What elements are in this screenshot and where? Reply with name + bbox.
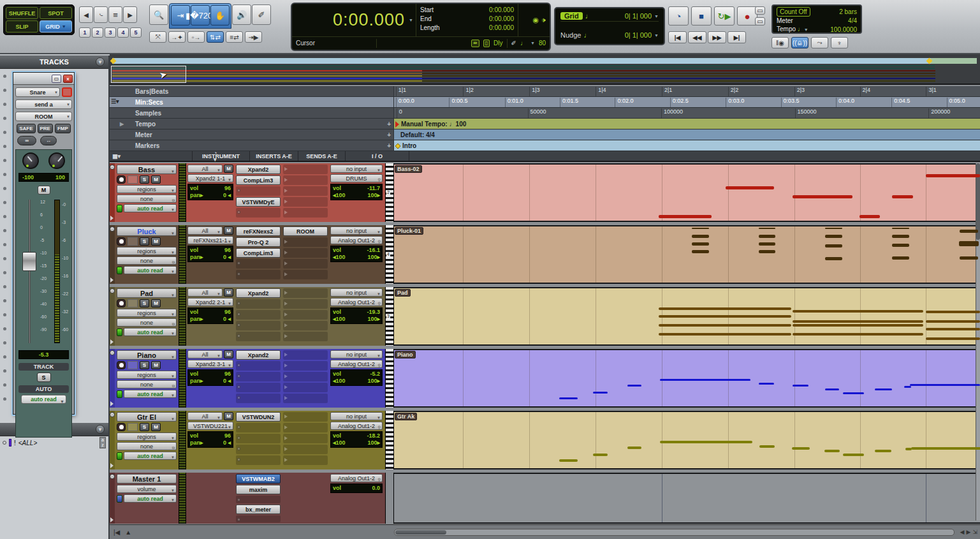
automation-mode-selector[interactable]: auto read▼ (124, 328, 177, 336)
sends-column-header[interactable]: SENDS A-E (298, 151, 346, 161)
solo-button[interactable]: S (140, 299, 149, 307)
master-vol-value[interactable]: 0.0 (372, 485, 380, 492)
horizontal-scrollbar[interactable] (394, 529, 954, 536)
instrument-column-header[interactable]: INSTRUMENT (193, 151, 250, 161)
insert-empty[interactable] (236, 259, 281, 269)
track-name-button[interactable]: Master 1 (117, 474, 177, 484)
bar-tick[interactable]: 2|1 (662, 87, 672, 96)
midi-note[interactable] (692, 235, 710, 238)
insert-empty[interactable] (236, 186, 281, 196)
mini-keyboard[interactable]: 3 (385, 287, 394, 346)
input-monitor-chip[interactable] (128, 361, 138, 369)
voice-indicator-icon[interactable] (117, 205, 122, 212)
timebase-clock-icon[interactable] (117, 495, 122, 503)
zoom-corner-icon[interactable]: ⇲ (972, 529, 977, 535)
minsec-tick[interactable]: 0:02.5 (670, 98, 689, 107)
bar-tick[interactable]: 3|1 (926, 87, 936, 96)
zoom-preset-4[interactable]: 4 (117, 27, 129, 38)
selection-end[interactable]: 0:00.000 (489, 15, 514, 24)
mute-button[interactable]: M (151, 237, 161, 246)
midi-note[interactable] (825, 257, 842, 260)
go-to-end-button[interactable]: ▶| (728, 31, 746, 43)
meter-ruler-label[interactable]: Meter+ (110, 129, 394, 140)
send-slot-selector[interactable]: send a▼ (15, 100, 72, 109)
send-empty[interactable] (283, 383, 328, 392)
insert-empty[interactable] (236, 361, 281, 371)
midi-vol-value[interactable]: 96 (224, 371, 231, 378)
note-value-icon[interactable]: ♩ (520, 40, 527, 47)
midi-note[interactable] (926, 337, 980, 340)
insert-Xpand2[interactable]: Xpand2 (236, 350, 281, 360)
nudge-value[interactable]: 0| 1| 000 (625, 31, 652, 39)
insert-empty[interactable] (236, 423, 281, 432)
grid-dropdown-icon[interactable]: ▼ (654, 14, 659, 18)
send-empty[interactable] (283, 412, 328, 422)
midi-note[interactable] (559, 459, 577, 462)
sample-tick[interactable]: 0 (397, 108, 402, 118)
spot-mode-button[interactable]: SPOT (40, 7, 72, 19)
out-pan-left[interactable]: ◂100 (333, 192, 346, 199)
output-selector[interactable]: Analog Out1-2⚲ (330, 236, 383, 244)
pan-knob-right[interactable] (48, 152, 65, 169)
out-vol-value[interactable]: -16.1 (367, 247, 380, 254)
track-expand-icon[interactable] (110, 517, 113, 522)
insert-empty[interactable] (236, 321, 281, 330)
output-selector[interactable]: Analog Out1-2⚲ (330, 298, 383, 306)
window-close-button[interactable]: x (63, 75, 73, 83)
automation-mode-selector[interactable]: auto read▼ (124, 452, 177, 460)
out-pan-left[interactable]: ◂100 (333, 254, 346, 261)
send-empty[interactable] (283, 332, 328, 341)
midi-mute-button[interactable]: M (224, 165, 233, 173)
output-selector[interactable]: Analog Out1-2⚲ (330, 422, 383, 430)
insert-VSTWMDyE[interactable]: VSTWMDyE (236, 197, 281, 207)
markers-ruler[interactable]: Markers+ Intro (110, 140, 980, 151)
insert-maxim[interactable]: maxim (236, 485, 281, 494)
metronome-button[interactable]: ((🕭)) (791, 37, 808, 48)
track-view-selector[interactable]: regions▼ (117, 185, 177, 193)
midi-input-icon[interactable]: ◉ (532, 16, 539, 24)
send-empty[interactable] (283, 259, 328, 269)
send-track-selector[interactable]: Snare▼ (15, 87, 60, 97)
insertion-follows-playback-button[interactable]: ⇥▶ (245, 31, 262, 43)
midi-note[interactable] (892, 244, 909, 247)
track-view-selector[interactable]: regions▼ (117, 371, 177, 379)
midi-note[interactable] (825, 228, 842, 229)
midi-input-selector[interactable]: All▼ (187, 288, 223, 297)
insert-empty[interactable] (236, 299, 281, 309)
shuffle-mode-button[interactable]: SHUFFLE (6, 7, 38, 19)
input-monitor-chip[interactable] (128, 175, 138, 184)
out-pan-right[interactable]: 100▸ (367, 439, 380, 447)
record-enable-button[interactable] (117, 299, 126, 307)
send-empty[interactable] (283, 321, 328, 330)
sample-tick[interactable]: 150000 (795, 108, 817, 118)
automation-mode-selector[interactable]: auto read▼ (124, 204, 177, 212)
minsec-tick[interactable]: 0:05.0 (947, 98, 965, 107)
scroll-up-icon[interactable]: ▲ (125, 529, 131, 536)
stop-button[interactable]: ■ (691, 6, 712, 26)
insert-empty[interactable] (236, 455, 281, 465)
track-view-selector[interactable]: regions▼ (117, 247, 177, 255)
insert-bx_meter[interactable]: bx_meter (236, 505, 281, 514)
midi-note[interactable] (660, 379, 750, 381)
clip-name-label[interactable]: Bass-02 (395, 165, 422, 173)
automation-safe-button[interactable]: SAFE (17, 124, 35, 133)
tracks-panel-header[interactable]: TRACKS ▼ (0, 55, 108, 69)
midi-mute-button[interactable]: M (224, 288, 233, 297)
bar-tick[interactable]: 1|4 (596, 87, 606, 96)
input-selector[interactable]: no input▼ (330, 226, 383, 235)
send-destination-selector[interactable]: ROOM▼ (15, 112, 72, 121)
midi-input-selector[interactable]: All▼ (187, 412, 223, 420)
midi-note[interactable] (911, 447, 980, 450)
link-timeline-edit-button[interactable]: ⇅⇄ (207, 31, 224, 43)
out-pan-left[interactable]: ◂100 (333, 378, 346, 385)
output-selector[interactable]: Analog Out1-2⚲ (330, 360, 383, 368)
tempo-ruler[interactable]: ▶Tempo+ Manual Tempo:♩100 (110, 119, 980, 129)
tempo-ruler-button[interactable]: ♆ (831, 37, 848, 48)
midi-note[interactable] (659, 215, 712, 218)
send-empty[interactable] (283, 197, 328, 207)
send-empty[interactable] (283, 248, 328, 258)
clip-lane-master[interactable] (394, 473, 980, 524)
zoom-preset-5[interactable]: 5 (130, 27, 142, 38)
midi-note[interactable] (659, 324, 791, 327)
solo-button[interactable]: S (140, 361, 149, 369)
